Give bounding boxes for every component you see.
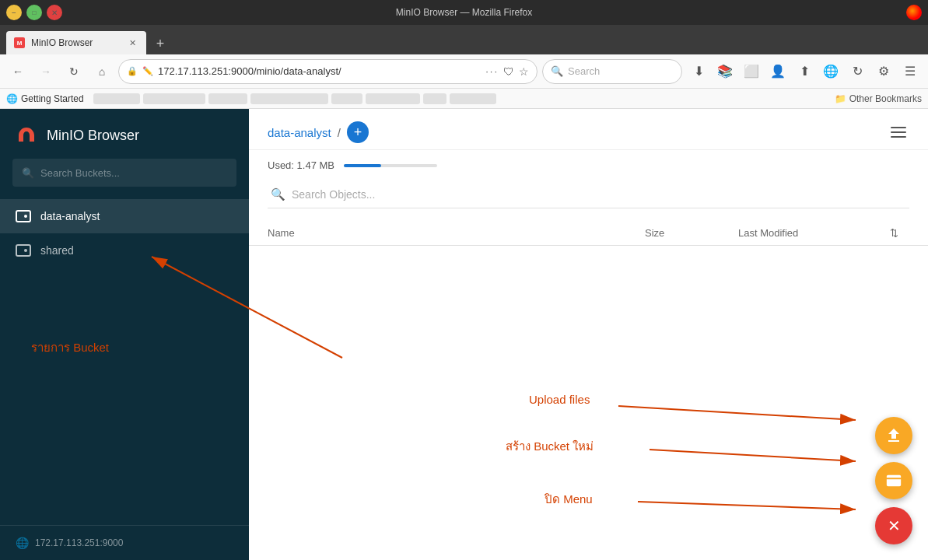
app-wrapper: MinIO Browser 🔍 data-analyst shared bbox=[0, 109, 928, 560]
bookmark-star-icon[interactable]: ☆ bbox=[519, 65, 529, 78]
sidebar-footer: 🌐 172.17.113.251:9000 bbox=[0, 525, 249, 560]
browser-search-bar[interactable]: 🔍 Search bbox=[542, 59, 682, 84]
back-btn[interactable]: ← bbox=[6, 60, 30, 83]
content-header: data-analyst / + bbox=[249, 109, 928, 150]
restore-btn[interactable]: □ bbox=[26, 5, 42, 20]
shield-icon: 🛡 bbox=[503, 65, 514, 78]
objects-search-bar[interactable]: 🔍 bbox=[268, 180, 909, 208]
refresh-icon[interactable]: ↻ bbox=[846, 60, 869, 83]
sidebar: MinIO Browser 🔍 data-analyst shared bbox=[0, 109, 249, 560]
add-folder-btn[interactable]: + bbox=[347, 121, 369, 143]
search-placeholder: Search bbox=[568, 65, 600, 77]
bookmark-blob-7[interactable] bbox=[423, 93, 446, 104]
sidebar-title: MinIO Browser bbox=[47, 128, 139, 144]
home-btn[interactable]: ⌂ bbox=[90, 60, 114, 83]
url-bar[interactable]: 🔒 ✏️ 172.17.113.251:9000/minio/data-anal… bbox=[118, 59, 538, 84]
more-icon[interactable]: ··· bbox=[485, 65, 499, 77]
hdd-icon-shared bbox=[16, 244, 31, 257]
account-icon[interactable]: 👤 bbox=[766, 60, 790, 83]
window-controls: − □ ✕ bbox=[6, 5, 62, 20]
breadcrumb: data-analyst / + bbox=[268, 121, 369, 143]
hamburger-menu-btn[interactable] bbox=[888, 124, 909, 141]
url-text: 172.17.113.251:9000/minio/data-analyst/ bbox=[158, 65, 481, 77]
bookmark-blobs bbox=[93, 93, 496, 104]
bookmark-label: Getting Started bbox=[21, 93, 84, 104]
fab-create-bucket-btn[interactable] bbox=[875, 462, 912, 499]
extension-icon[interactable]: ⚙ bbox=[872, 60, 895, 83]
download-icon[interactable]: ⬇ bbox=[687, 60, 710, 83]
bucket-icon-data-analyst bbox=[16, 208, 31, 224]
bookmark-blob-5[interactable] bbox=[331, 93, 362, 104]
folder-icon: 📁 bbox=[835, 93, 846, 104]
minimize-btn[interactable]: − bbox=[6, 5, 22, 20]
bookmarks-bar: 🌐 Getting Started 📁 Other Bookmarks bbox=[0, 89, 928, 109]
lock-icon: 🔒 bbox=[127, 66, 138, 76]
tab-favicon: M bbox=[14, 37, 25, 48]
sidebar-search-input[interactable] bbox=[40, 167, 227, 179]
bookmark-icon: 🌐 bbox=[6, 93, 18, 104]
firefox-icon bbox=[906, 5, 922, 20]
table-header: Name Size Last Modified ⇅ bbox=[249, 221, 928, 246]
toolbar-icons: ⬇ 📚 ⬜ 👤 ⬆ 🌐 ↻ ⚙ ☰ bbox=[687, 60, 922, 83]
hamburger-line-3 bbox=[891, 136, 906, 138]
upload-icon bbox=[884, 426, 903, 445]
bucket-list: data-analyst shared bbox=[0, 199, 249, 525]
nav-bar: ← → ↻ ⌂ 🔒 ✏️ 172.17.113.251:9000/minio/d… bbox=[0, 54, 928, 89]
sort-btn[interactable]: ⇅ bbox=[878, 227, 909, 239]
app-area: MinIO Browser 🔍 data-analyst shared bbox=[0, 109, 928, 560]
bookmark-blob-3[interactable] bbox=[208, 93, 247, 104]
close-icon: ✕ bbox=[888, 516, 901, 535]
bucket-icon-shared bbox=[16, 243, 31, 258]
tab-label: MinIO Browser bbox=[31, 37, 93, 48]
breadcrumb-separator: / bbox=[338, 126, 341, 139]
bookmark-blob-2[interactable] bbox=[143, 93, 205, 104]
fab-close-btn[interactable]: ✕ bbox=[875, 507, 912, 544]
other-bookmarks-label: Other Bookmarks bbox=[849, 93, 922, 104]
globe-icon[interactable]: 🌐 bbox=[819, 60, 842, 83]
forward-btn[interactable]: → bbox=[34, 60, 58, 83]
objects-search-icon: 🔍 bbox=[271, 187, 285, 201]
bucket-name-shared: shared bbox=[40, 244, 74, 257]
storage-bar bbox=[344, 164, 437, 167]
sidebar-search-bar[interactable]: 🔍 bbox=[12, 159, 236, 187]
title-bar: − □ ✕ MinIO Browser — Mozilla Firefox bbox=[0, 0, 928, 25]
storage-used-label: Used: 1.47 MB bbox=[268, 159, 334, 171]
search-icon: 🔍 bbox=[551, 65, 563, 77]
hamburger-line-1 bbox=[891, 127, 906, 128]
new-tab-btn[interactable]: + bbox=[149, 33, 171, 54]
pencil-icon: ✏️ bbox=[142, 66, 153, 76]
bucket-name-data-analyst: data-analyst bbox=[40, 210, 100, 222]
other-bookmarks[interactable]: 📁 Other Bookmarks bbox=[835, 93, 922, 104]
bookmark-blob-8[interactable] bbox=[450, 93, 496, 104]
breadcrumb-bucket-link[interactable]: data-analyst bbox=[268, 126, 331, 139]
sidebar-header: MinIO Browser bbox=[0, 109, 249, 159]
minio-bird-svg bbox=[16, 124, 37, 146]
storage-bar-fill bbox=[344, 164, 381, 167]
bucket-item-data-analyst[interactable]: data-analyst bbox=[0, 199, 249, 233]
hdd-icon-data-analyst bbox=[16, 210, 31, 222]
close-btn[interactable]: ✕ bbox=[47, 5, 62, 20]
sync-icon[interactable]: ⬆ bbox=[793, 60, 816, 83]
tab-bar: M MinIO Browser ✕ + bbox=[0, 25, 928, 54]
fab-container: ✕ bbox=[875, 417, 912, 544]
bookmark-blob-4[interactable] bbox=[250, 93, 328, 104]
bookmark-getting-started[interactable]: 🌐 Getting Started bbox=[6, 93, 84, 104]
col-modified-header: Last Modified bbox=[738, 227, 878, 239]
bucket-item-shared[interactable]: shared bbox=[0, 233, 249, 268]
create-bucket-icon bbox=[885, 472, 902, 489]
fab-upload-btn[interactable] bbox=[875, 417, 912, 454]
active-tab[interactable]: M MinIO Browser ✕ bbox=[6, 31, 146, 54]
menu-btn[interactable]: ☰ bbox=[898, 60, 922, 83]
minio-logo-icon bbox=[16, 124, 37, 146]
col-size-header: Size bbox=[645, 227, 738, 239]
tab-close-btn[interactable]: ✕ bbox=[126, 37, 138, 49]
bookmarks-library-icon[interactable]: 📚 bbox=[713, 60, 737, 83]
bookmark-blob-1[interactable] bbox=[93, 93, 140, 104]
storage-info: Used: 1.47 MB bbox=[249, 150, 928, 180]
reload-btn[interactable]: ↻ bbox=[62, 60, 86, 83]
window-title: MinIO Browser — Mozilla Firefox bbox=[396, 7, 532, 18]
bookmark-blob-6[interactable] bbox=[366, 93, 420, 104]
sidebar-icon[interactable]: ⬜ bbox=[740, 60, 763, 83]
server-address: 172.17.113.251:9000 bbox=[35, 537, 123, 548]
objects-search-input[interactable] bbox=[292, 188, 906, 201]
